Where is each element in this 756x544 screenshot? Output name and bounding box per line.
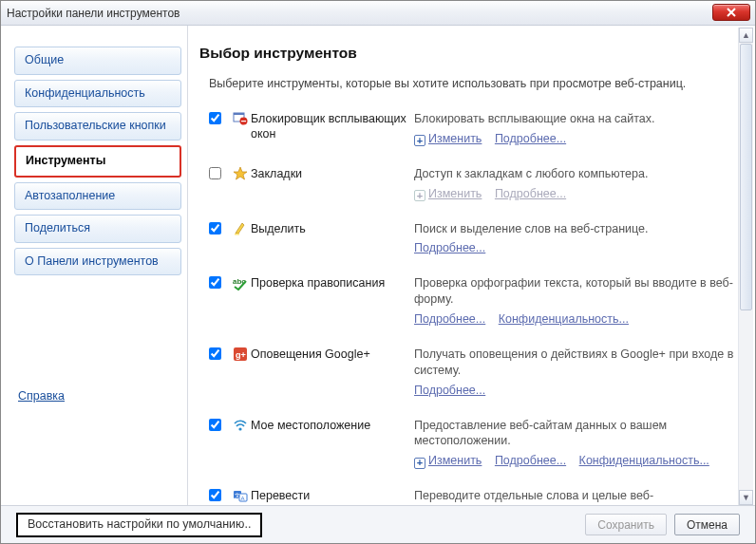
svg-text:abc: abc — [233, 277, 246, 286]
tool-desc: Поиск и выделение слов на веб-странице. — [414, 221, 734, 237]
scroll-up-button[interactable]: ▲ — [739, 28, 753, 43]
cancel-button[interactable]: Отмена — [674, 514, 740, 535]
tool-checkbox-bookmarks[interactable] — [209, 167, 221, 179]
tool-checkbox-popup-blocker[interactable] — [209, 112, 221, 124]
sidebar-item-label: Инструменты — [26, 154, 105, 167]
scroll-down-button[interactable]: ▼ — [739, 490, 753, 505]
tool-desc: Переводите отдельные слова и целые веб- — [414, 488, 734, 504]
plus-icon: + — [414, 190, 425, 201]
tool-row: Блокировщик всплывающих окон Блокировать… — [199, 105, 734, 160]
tool-desc: Получать оповещения о действиях в Google… — [414, 347, 734, 379]
more-link[interactable]: Подробнее... — [414, 312, 485, 326]
sidebar-item-tools[interactable]: Инструменты — [14, 145, 181, 178]
tool-checkbox-highlight[interactable] — [209, 222, 221, 234]
restore-defaults-button[interactable]: Восстановить настройки по умолчанию.. — [16, 513, 262, 537]
window-title: Настройки панели инструментов — [7, 7, 180, 20]
tool-name: Перевести — [251, 488, 414, 504]
plus-icon: + — [414, 458, 425, 469]
google-plus-icon: g+ — [230, 347, 251, 399]
tool-desc: Доступ к закладкам с любого компьютера. — [414, 166, 734, 182]
page-subtitle: Выберите инструменты, которые вы хотите … — [209, 77, 734, 90]
tool-checkbox-gplus[interactable] — [209, 347, 221, 360]
tool-row: 文A Перевести Переводите отдельные слова … — [199, 482, 734, 507]
help-link[interactable]: Справка — [14, 384, 181, 497]
privacy-link[interactable]: Конфиденциальность... — [579, 454, 709, 467]
button-label: Сохранить — [597, 518, 654, 532]
svg-text:文: 文 — [235, 492, 240, 498]
main-panel: Выбор инструментов Выберите инструменты,… — [188, 26, 755, 507]
popup-blocker-icon — [230, 111, 251, 147]
translate-icon: 文A — [230, 488, 251, 504]
tool-desc: Проверка орфографии текста, который вы в… — [414, 275, 734, 308]
sidebar: Общие Конфиденциальность Пользовательски… — [1, 26, 187, 507]
sidebar-item-label: Конфиденциальность — [25, 86, 145, 100]
plus-icon: + — [414, 135, 425, 146]
tool-name: Мое местоположение — [251, 418, 414, 470]
svg-text:g+: g+ — [236, 350, 246, 360]
svg-rect-6 — [235, 234, 239, 235]
sidebar-item-share[interactable]: Поделиться — [14, 215, 181, 243]
privacy-link[interactable]: Конфиденциальность... — [499, 312, 629, 326]
tool-desc: Блокировать всплывающие окна на сайтах. — [414, 111, 734, 127]
svg-point-10 — [238, 427, 241, 430]
scrollbar[interactable]: ▲ ▼ — [738, 28, 753, 505]
more-link[interactable]: Подробнее... — [495, 132, 566, 145]
tool-name: Выделить — [251, 221, 414, 257]
edit-link[interactable]: Изменить — [428, 454, 482, 467]
footer: Восстановить настройки по умолчанию.. Со… — [1, 505, 755, 543]
sidebar-item-about[interactable]: О Панели инструментов — [14, 248, 181, 276]
tool-name: Закладки — [251, 166, 414, 202]
close-icon — [726, 8, 737, 17]
scroll-thumb[interactable] — [740, 44, 752, 310]
edit-link[interactable]: Изменить — [428, 132, 482, 145]
svg-rect-3 — [241, 121, 246, 122]
tool-row: Закладки Доступ к закладкам с любого ком… — [199, 160, 734, 216]
tool-checkbox-translate[interactable] — [209, 489, 221, 501]
tool-row: g+ Оповещения Google+ Получать оповещени… — [199, 341, 734, 412]
titlebar: Настройки панели инструментов — [1, 1, 755, 26]
sidebar-item-label: Общие — [25, 53, 64, 66]
tool-name: Оповещения Google+ — [251, 347, 414, 399]
svg-text:A: A — [241, 496, 245, 501]
spellcheck-icon: abc — [230, 275, 251, 328]
tool-desc: Предоставление веб-сайтам данных о вашем… — [414, 418, 734, 450]
more-link: Подробнее... — [495, 187, 566, 200]
svg-marker-4 — [234, 167, 247, 179]
star-icon — [230, 166, 251, 202]
svg-marker-5 — [236, 223, 244, 234]
tool-checkbox-location[interactable] — [209, 419, 221, 431]
tool-row: abc Проверка правописания Проверка орфог… — [199, 270, 734, 341]
sidebar-item-privacy[interactable]: Конфиденциальность — [14, 80, 181, 108]
more-link[interactable]: Подробнее... — [414, 384, 485, 397]
tool-name: Проверка правописания — [251, 275, 414, 328]
sidebar-item-general[interactable]: Общие — [14, 47, 181, 75]
save-button[interactable]: Сохранить — [585, 514, 667, 535]
scroll-track[interactable] — [739, 44, 753, 489]
highlighter-icon — [230, 221, 251, 257]
page-title: Выбор инструментов — [199, 45, 734, 62]
sidebar-item-custom-buttons[interactable]: Пользовательские кнопки — [14, 112, 181, 141]
tool-name: Блокировщик всплывающих окон — [251, 111, 414, 147]
svg-rect-1 — [234, 113, 244, 115]
button-label: Восстановить настройки по умолчанию.. — [28, 517, 251, 531]
sidebar-item-label: Поделиться — [25, 221, 90, 234]
tool-row: Выделить Поиск и выделение слов на веб-с… — [199, 216, 734, 271]
edit-link: Изменить — [428, 187, 482, 200]
tool-checkbox-spellcheck[interactable] — [209, 276, 221, 289]
button-label: Отмена — [687, 518, 728, 532]
more-link[interactable]: Подробнее... — [495, 454, 566, 467]
sidebar-item-label: Автозаполнение — [25, 189, 115, 202]
sidebar-item-label: О Панели инструментов — [25, 254, 159, 268]
close-button[interactable] — [712, 4, 750, 21]
wifi-icon — [230, 418, 251, 470]
more-link[interactable]: Подробнее... — [414, 241, 485, 254]
tool-row: Мое местоположение Предоставление веб-са… — [199, 412, 734, 483]
sidebar-item-label: Пользовательские кнопки — [25, 119, 166, 132]
sidebar-item-autofill[interactable]: Автозаполнение — [14, 182, 181, 211]
